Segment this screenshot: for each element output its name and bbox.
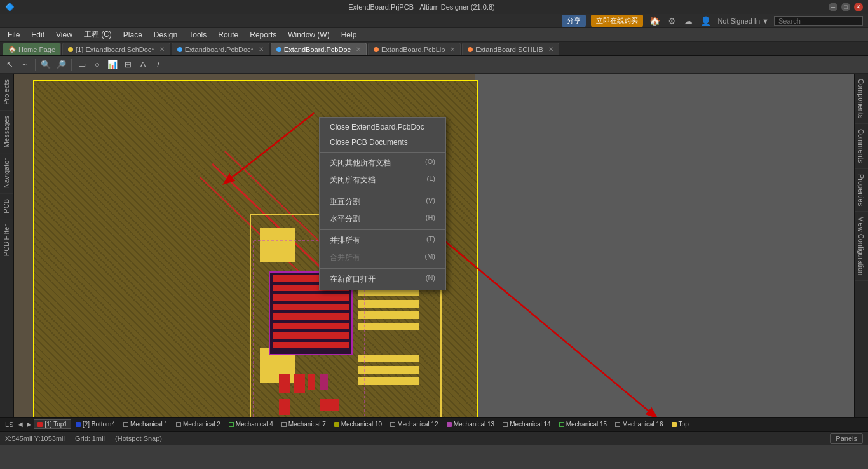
minimize-button[interactable]: ─ [829, 3, 837, 11]
toolbar-route[interactable]: ~ [18, 58, 32, 72]
layer-mech13[interactable]: Mechanical 13 [443, 419, 498, 429]
user-icon[interactable]: 👤 [700, 16, 711, 26]
tab-pcbdoc[interactable]: Extandboard.PcbDoc* ✕ [172, 43, 269, 55]
toolbar-rect[interactable]: ▭ [75, 58, 89, 72]
layer-mech4[interactable]: Mechanical 4 [225, 419, 277, 429]
layer-bottom4-dot [76, 422, 81, 427]
tab-pcbdoc2[interactable]: ExtandBoard.PcbDoc ✕ [271, 43, 367, 55]
layer-mech15-dot [559, 422, 564, 427]
tab-pcblib[interactable]: ExtandBoard.PcbLib ✕ [368, 43, 461, 55]
tab-pcbdoc2-label: ExtandBoard.PcbDoc [284, 46, 351, 53]
tab-schdoc[interactable]: [1] Extandboard.SchDoc* ✕ [62, 43, 170, 55]
grid-display: Grid: 1mil [75, 435, 105, 442]
menu-file[interactable]: File [3, 28, 25, 42]
ctx-split-h[interactable]: 水平分割 (H) [320, 210, 445, 228]
toolbar-zoom-in[interactable]: 🔍 [39, 58, 53, 72]
menu-edit[interactable]: Edit [26, 28, 50, 42]
layer-mech7[interactable]: Mechanical 7 [278, 419, 330, 429]
panel-properties[interactable]: Properties [855, 169, 868, 212]
menu-place[interactable]: Place [118, 28, 147, 42]
layer-mech15[interactable]: Mechanical 15 [555, 419, 611, 429]
panel-messages[interactable]: Messages [0, 110, 13, 153]
ctx-close-others[interactable]: 关闭其他所有文档 (O) [320, 154, 445, 172]
home-tab-icon: 🏠 [8, 46, 16, 53]
window-title: ExtendBoard.PrjPCB - Altium Designer (21… [15, 3, 829, 11]
menu-reports[interactable]: Reports [245, 28, 281, 42]
svg-rect-25 [294, 374, 305, 393]
layer-mech14[interactable]: Mechanical 14 [499, 419, 554, 429]
maximize-button[interactable]: □ [841, 3, 850, 11]
layer-bottom4[interactable]: [2] Bottom4 [72, 419, 119, 429]
layer-mech16-dot [615, 422, 620, 427]
tab-pcbdoc-close[interactable]: ✕ [259, 46, 264, 53]
layer-mech4-label: Mechanical 4 [236, 421, 273, 428]
tab-schdoc-close[interactable]: ✕ [159, 46, 165, 53]
layer-top-label: Top [679, 421, 689, 428]
menu-view[interactable]: View [51, 28, 78, 42]
toolbar-chart[interactable]: 📊 [105, 58, 119, 72]
svg-rect-21 [273, 323, 349, 329]
close-button[interactable]: ✕ [854, 3, 863, 11]
toolbar-select[interactable]: ↖ [3, 58, 17, 72]
toolbar-zoom-out[interactable]: 🔎 [54, 58, 68, 72]
toolbar-line[interactable]: / [151, 58, 165, 72]
tab-pcblib-close[interactable]: ✕ [450, 46, 455, 53]
panel-components[interactable]: Components [855, 74, 868, 124]
coord-display: X:545mil Y:1053mil [5, 435, 65, 442]
svg-rect-19 [273, 304, 349, 310]
ctx-open-new[interactable]: 在新窗口打开 (N) [320, 271, 445, 288]
layer-nav-left[interactable]: ◀ [17, 421, 24, 428]
ls-button[interactable]: LS [3, 421, 16, 428]
layer-mech13-dot [447, 422, 452, 427]
ctx-close-doc[interactable]: Close ExtendBoard.PcbDoc [320, 119, 445, 135]
ctx-close-pcb[interactable]: Close PCB Documents [320, 135, 445, 150]
tab-pcbdoc2-close[interactable]: ✕ [356, 46, 361, 53]
tab-schdoc-dot [68, 47, 73, 52]
menu-design[interactable]: Design [149, 28, 182, 42]
user-label[interactable]: Not Signed In ▼ [717, 17, 769, 25]
layer-top[interactable]: Top [668, 419, 693, 429]
ctx-split-v[interactable]: 垂直分割 (V) [320, 193, 445, 210]
menu-project[interactable]: 工程 (C) [79, 28, 117, 42]
layer-mech10[interactable]: Mechanical 10 [330, 419, 386, 429]
toolbar-table[interactable]: ⊞ [121, 58, 135, 72]
share-button[interactable]: 分享 [562, 15, 586, 27]
panel-comments[interactable]: Comments [855, 124, 868, 168]
tab-schdoc-label: [1] Extandboard.SchDoc* [76, 46, 154, 53]
layer-nav-right[interactable]: ▶ [25, 421, 33, 428]
search-input[interactable] [774, 16, 863, 26]
layer-mech1[interactable]: Mechanical 1 [119, 419, 172, 429]
canvas-area[interactable]: Close ExtendBoard.PcbDoc Close PCB Docum… [14, 74, 854, 417]
panel-projects[interactable]: Projects [0, 74, 13, 110]
cloud-icon[interactable]: ☁ [684, 16, 693, 26]
settings-icon[interactable]: ⚙ [668, 16, 676, 26]
tab-home[interactable]: 🏠 Home Page [3, 43, 61, 55]
layer-mech1-dot [123, 422, 128, 427]
layer-mech12[interactable]: Mechanical 12 [386, 419, 442, 429]
toolbar-text[interactable]: A [136, 58, 150, 72]
buy-button[interactable]: 立即在线购买 [591, 15, 643, 27]
panels-button[interactable]: Panels [830, 433, 863, 444]
ctx-close-all[interactable]: 关闭所有文档 (L) [320, 172, 445, 189]
layer-top1[interactable]: [1] Top1 [34, 419, 71, 429]
panel-pcb[interactable]: PCB [0, 193, 13, 219]
layer-mech2[interactable]: Mechanical 2 [172, 419, 224, 429]
toolbar: ↖ ~ 🔍 🔎 ▭ ○ 📊 ⊞ A / [0, 56, 868, 74]
tab-schlib-label: ExtandBoard.SCHLIB [475, 46, 543, 53]
tab-schlib-close[interactable]: ✕ [548, 46, 553, 53]
layer-mech16[interactable]: Mechanical 16 [611, 419, 667, 429]
panel-pcbfilter[interactable]: PCB Filter [0, 219, 13, 261]
menu-tools[interactable]: Tools [184, 28, 212, 42]
menu-window[interactable]: Window (W) [283, 28, 334, 42]
panel-navigator[interactable]: Navigator [0, 153, 13, 193]
svg-rect-22 [273, 332, 349, 339]
menu-route[interactable]: Route [213, 28, 243, 42]
ctx-tile[interactable]: 并排所有 (T) [320, 232, 445, 249]
home-icon[interactable]: 🏠 [649, 16, 660, 26]
tab-pcbdoc-dot [177, 47, 182, 52]
menu-help[interactable]: Help [336, 28, 362, 42]
right-panels: Components Comments Properties View Conf… [854, 74, 868, 417]
tab-schlib[interactable]: ExtandBoard.SCHLIB ✕ [462, 43, 559, 55]
panel-view-config[interactable]: View Configuration [855, 212, 868, 281]
toolbar-circle[interactable]: ○ [90, 58, 104, 72]
